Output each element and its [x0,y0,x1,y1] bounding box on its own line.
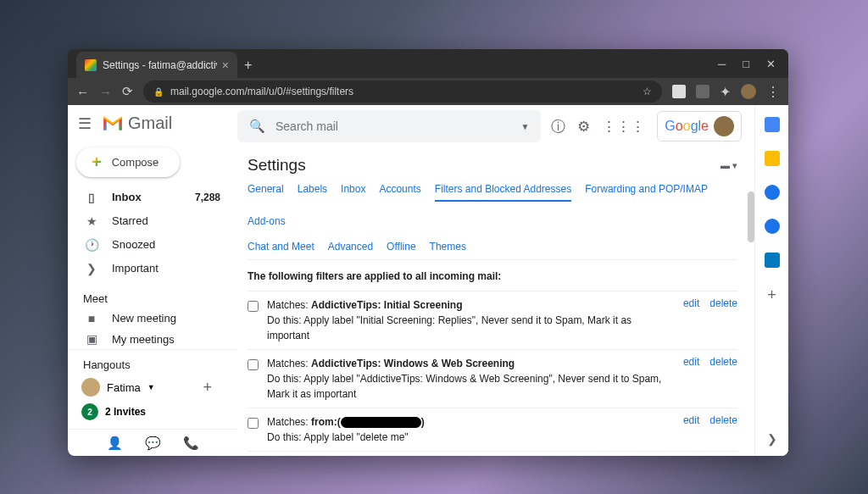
search-box[interactable]: 🔍 ▼ [237,110,541,142]
hangout-user[interactable]: Fatima ▼ + [68,375,237,400]
plus-icon: + [92,153,102,172]
tasks-app-icon[interactable] [765,185,780,200]
nav-label: Snoozed [112,238,155,251]
calendar-app-icon[interactable] [765,117,780,132]
inbox-count: 7,288 [195,191,220,203]
close-tab-icon[interactable]: × [222,58,229,72]
extension-icon-2[interactable] [696,85,709,98]
gmail-text: Gmail [128,114,172,133]
browser-tab[interactable]: Settings - fatima@addictivetips.c × [76,52,237,79]
tab-add-ons[interactable]: Add-ons [248,215,286,227]
url-field[interactable]: 🔒 mail.google.com/mail/u/0/#settings/fil… [143,80,662,103]
tab-chat-and-meet[interactable]: Chat and Meet [248,241,314,253]
profile-avatar[interactable] [741,84,756,99]
google-account[interactable]: Google [657,111,742,142]
star-icon: ★ [85,214,98,228]
filter-checkbox[interactable] [248,418,259,429]
edit-link[interactable]: edit [683,356,699,368]
gmail-logo[interactable]: Gmail [102,114,172,133]
edit-link[interactable]: edit [683,297,699,309]
filter-text: Matches: from:()Do this: Apply label "de… [267,414,675,445]
lock-icon: 🔒 [153,87,164,97]
invites-row[interactable]: 2 2 Invites [68,400,237,424]
close-window-icon[interactable]: ✕ [766,58,776,70]
nav-new-meeting[interactable]: ■ New meeting [68,308,237,329]
nav-snoozed[interactable]: 🕐 Snoozed [68,233,237,257]
extensions-icon[interactable]: ✦ [720,84,731,100]
filter-row: Matches: AddictiveTips: Windows & Web Sc… [248,349,737,408]
maximize-icon[interactable]: □ [743,58,749,70]
tab-advanced[interactable]: Advanced [328,241,373,253]
help-icon[interactable]: ⓘ [551,117,565,136]
extension-icon-1[interactable] [672,85,686,98]
tab-labels[interactable]: Labels [298,183,327,202]
search-options-icon[interactable]: ▼ [520,122,529,131]
contacts-app-icon[interactable] [765,219,780,234]
compose-label: Compose [112,156,159,169]
clock-icon: 🕐 [85,238,98,252]
nav-inbox[interactable]: ▯ Inbox 7,288 [68,186,237,209]
tab-offline[interactable]: Offline [387,241,415,253]
compose-button[interactable]: + Compose [76,147,180,177]
new-tab-button[interactable]: + [244,58,252,73]
tab-general[interactable]: General [248,183,284,202]
tab-title: Settings - fatima@addictivetips.c [103,59,217,71]
hangouts-section: Hangouts Fatima ▼ + 2 2 Invites [68,349,237,429]
gmail-header: ☰ Gmail [68,105,237,142]
filter-row: Matches: from:(,)Do this: Apply label "S… [248,451,737,452]
bottom-icons: 👤 💬 📞 [68,429,237,456]
collapse-panel-icon[interactable]: ❯ [767,432,777,446]
chevron-down-icon: ▼ [147,383,155,391]
hangouts-icon[interactable]: 💬 [145,436,161,451]
settings-title: Settings ▬ ▾ [248,156,737,175]
minimize-icon[interactable]: ─ [718,58,726,70]
calendar-icon: ▣ [85,332,98,346]
browser-window: Settings - fatima@addictivetips.c × + ─ … [68,49,788,456]
nav-important[interactable]: ❯ Important [68,257,237,280]
filter-actions: editdelete [683,297,737,309]
back-icon[interactable]: ← [76,85,89,99]
delete-link[interactable]: delete [709,356,737,368]
tab-filters-and-blocked-addresses[interactable]: Filters and Blocked Addresses [435,183,571,202]
delete-link[interactable]: delete [709,297,737,309]
filter-row: Matches: from:()Do this: Apply label "de… [248,408,737,451]
gear-icon[interactable]: ⚙ [577,118,590,136]
scrollbar[interactable] [748,191,754,242]
nav-list: ▯ Inbox 7,288 ★ Starred 🕐 Snoozed ❯ Impo… [68,182,237,284]
forward-icon[interactable]: → [99,85,112,99]
nav-label: Important [112,262,159,275]
menu-icon[interactable]: ⋮ [766,84,780,100]
person-icon[interactable]: 👤 [107,436,123,451]
density-toggle[interactable]: ▬ ▾ [721,160,737,171]
tab-accounts[interactable]: Accounts [379,183,420,202]
reload-icon[interactable]: ⟳ [122,84,133,99]
star-icon[interactable]: ☆ [643,86,652,97]
delete-link[interactable]: delete [709,414,737,426]
search-input[interactable] [275,119,510,133]
add-app-icon[interactable]: + [767,286,776,304]
invite-badge: 2 [81,403,98,420]
filter-checkbox[interactable] [248,359,259,370]
trello-app-icon[interactable] [765,253,780,268]
add-hangout-icon[interactable]: + [203,379,212,397]
tab-forwarding-and-pop-imap[interactable]: Forwarding and POP/IMAP [585,183,708,202]
hamburger-icon[interactable]: ☰ [78,114,92,133]
nav-label: My meetings [112,333,175,346]
settings-body: Settings ▬ ▾ GeneralLabelsInboxAccountsF… [237,147,754,452]
search-icon: 🔍 [249,119,265,134]
hangouts-label: Hangouts [68,355,237,375]
main-panel: 🔍 ▼ ⓘ ⚙ ⋮⋮⋮ Google Settings [237,105,754,456]
meet-label: Meet [68,284,237,308]
top-icons: ⓘ ⚙ ⋮⋮⋮ Google [551,111,742,142]
phone-icon[interactable]: 📞 [183,436,199,451]
tab-themes[interactable]: Themes [430,241,466,253]
keep-app-icon[interactable] [765,151,780,166]
nav-starred[interactable]: ★ Starred [68,209,237,233]
apps-icon[interactable]: ⋮⋮⋮ [602,118,645,136]
filter-checkbox[interactable] [248,301,259,312]
filter-row: Matches: AddictiveTips: Initial Screenin… [248,291,737,349]
tab-inbox[interactable]: Inbox [341,183,365,202]
invites-label: 2 Invites [105,406,146,418]
edit-link[interactable]: edit [683,414,699,426]
nav-my-meetings[interactable]: ▣ My meetings [68,329,237,349]
